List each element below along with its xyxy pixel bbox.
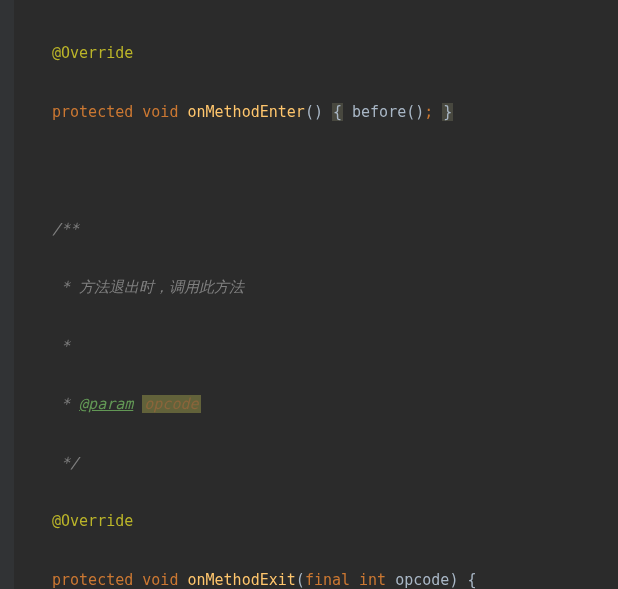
code-line: protected void onMethodEnter() { before(… <box>52 98 618 127</box>
code-line: protected void onMethodExit(final int op… <box>52 566 618 589</box>
javadoc-tag: @param <box>79 395 133 413</box>
editor-gutter <box>0 0 14 589</box>
annotation-override: @Override <box>52 512 133 530</box>
param-name: opcode <box>395 571 449 589</box>
annotation-override: @Override <box>52 44 133 62</box>
javadoc-param-name: opcode <box>142 395 200 413</box>
parens: () <box>305 103 323 121</box>
brace-open: { <box>332 103 343 121</box>
paren-close: ) <box>449 571 458 589</box>
space <box>133 395 142 413</box>
semicolon: ; <box>424 103 433 121</box>
method-call: before <box>352 103 406 121</box>
keyword-protected: protected <box>52 103 133 121</box>
javadoc-param-line: * @param opcode <box>52 390 618 419</box>
javadoc-open: /** <box>52 215 618 244</box>
keyword-final: final <box>305 571 350 589</box>
code-line: @Override <box>52 39 618 68</box>
keyword-int: int <box>359 571 386 589</box>
keyword-void: void <box>142 103 178 121</box>
code-line: @Override <box>52 507 618 536</box>
method-name: onMethodEnter <box>187 103 304 121</box>
keyword-protected: protected <box>52 571 133 589</box>
brace: { <box>467 571 476 589</box>
method-name: onMethodExit <box>187 571 295 589</box>
brace-close: } <box>442 103 453 121</box>
code-editor[interactable]: @Override protected void onMethodEnter()… <box>0 10 618 589</box>
parens: () <box>406 103 424 121</box>
paren-open: ( <box>296 571 305 589</box>
javadoc-close: */ <box>52 449 618 478</box>
javadoc-prefix: * <box>52 395 79 413</box>
blank-line <box>52 156 618 185</box>
javadoc-line: * <box>52 332 618 361</box>
keyword-void: void <box>142 571 178 589</box>
javadoc-line: * 方法退出时，调用此方法 <box>52 273 618 302</box>
